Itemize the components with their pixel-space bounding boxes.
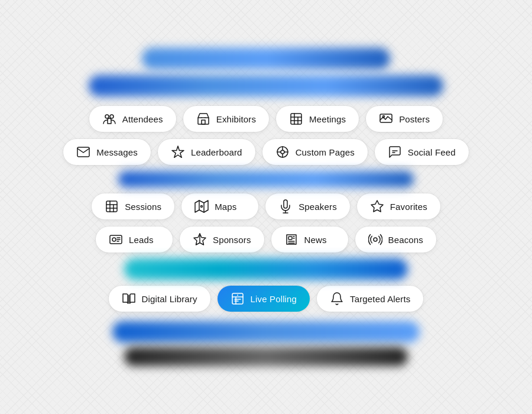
maps-label: Maps xyxy=(215,202,236,212)
blur-bar-lower xyxy=(124,258,408,280)
exhibitors-icon xyxy=(196,112,210,126)
chip-custom-pages[interactable]: Custom Pages xyxy=(262,139,368,165)
sponsors-label: Sponsors xyxy=(213,235,251,245)
custom-pages-icon xyxy=(275,145,290,159)
digital-library-icon xyxy=(122,292,136,306)
chip-sponsors[interactable]: Sponsors xyxy=(180,227,264,253)
chip-messages[interactable]: Messages xyxy=(63,139,151,165)
svg-point-15 xyxy=(281,150,284,154)
blur-bar-bottom1 xyxy=(112,321,420,342)
chip-targeted-alerts[interactable]: Targeted Alerts xyxy=(317,286,423,312)
chip-social-feed[interactable]: Social Feed xyxy=(375,139,469,165)
exhibitors-label: Exhibitors xyxy=(216,114,256,124)
svg-marker-27 xyxy=(195,200,208,212)
sessions-icon xyxy=(105,199,119,214)
targeted-alerts-icon xyxy=(330,292,344,306)
favorites-icon xyxy=(370,199,384,214)
social-feed-icon xyxy=(388,145,402,159)
lower-blur-decoration xyxy=(12,257,520,281)
messages-label: Messages xyxy=(96,147,138,157)
chip-live-polling[interactable]: Live Polling xyxy=(218,286,310,312)
chip-exhibitors[interactable]: Exhibitors xyxy=(183,106,269,132)
svg-point-49 xyxy=(237,295,238,296)
chip-attendees[interactable]: Attendees xyxy=(89,106,176,132)
chip-row-1: Attendees Exhibitors xyxy=(12,102,520,135)
beacons-icon xyxy=(368,232,382,247)
maps-icon xyxy=(194,199,209,214)
leads-icon xyxy=(109,232,123,247)
svg-point-0 xyxy=(105,115,109,118)
messages-icon xyxy=(76,145,90,159)
main-container: Attendees Exhibitors xyxy=(12,47,520,367)
chip-row-2: Messages Leaderboard Cust xyxy=(12,135,520,169)
meetings-icon xyxy=(289,112,303,126)
mid-blur-decoration xyxy=(12,170,520,189)
svg-rect-13 xyxy=(77,147,89,157)
chip-maps[interactable]: Maps xyxy=(181,193,258,219)
blur-bar-2 xyxy=(89,75,443,96)
attendees-icon xyxy=(102,112,116,126)
svg-rect-3 xyxy=(202,120,205,124)
digital-library-label: Digital Library xyxy=(142,294,197,304)
chip-speakers[interactable]: Speakers xyxy=(265,193,350,219)
chip-row-3: Sessions Maps xyxy=(12,190,520,223)
chip-leaderboard[interactable]: Leaderboard xyxy=(158,139,255,165)
chip-leads[interactable]: Leads xyxy=(96,227,173,253)
news-label: News xyxy=(304,235,327,245)
chip-favorites[interactable]: Favorites xyxy=(357,193,440,219)
beacons-label: Beacons xyxy=(388,235,423,245)
svg-rect-40 xyxy=(288,237,292,240)
live-polling-icon xyxy=(231,292,245,306)
targeted-alerts-label: Targeted Alerts xyxy=(350,294,410,304)
sessions-label: Sessions xyxy=(125,202,161,212)
chip-news[interactable]: News xyxy=(271,227,348,253)
chip-meetings[interactable]: Meetings xyxy=(276,106,359,132)
chip-digital-library[interactable]: Digital Library xyxy=(109,286,210,312)
bottom-blur-decoration xyxy=(112,320,420,367)
svg-point-1 xyxy=(110,115,113,118)
speakers-icon xyxy=(278,199,293,214)
meetings-label: Meetings xyxy=(309,114,346,124)
blur-bar-bottom2 xyxy=(124,347,408,366)
live-polling-label: Live Polling xyxy=(251,294,297,304)
speakers-label: Speakers xyxy=(299,202,337,212)
leaderboard-icon xyxy=(171,145,185,159)
svg-point-35 xyxy=(112,238,116,241)
custom-pages-label: Custom Pages xyxy=(296,147,355,157)
news-icon xyxy=(284,232,299,247)
posters-label: Posters xyxy=(399,114,430,124)
chip-sessions[interactable]: Sessions xyxy=(92,193,174,219)
svg-point-45 xyxy=(374,238,377,241)
attendees-label: Attendees xyxy=(122,114,163,124)
svg-point-30 xyxy=(201,206,203,208)
chip-row-4: Leads Sponsors xyxy=(12,223,520,256)
leads-label: Leads xyxy=(129,235,154,245)
chip-posters[interactable]: Posters xyxy=(366,106,443,132)
leaderboard-label: Leaderboard xyxy=(191,147,242,157)
social-feed-label: Social Feed xyxy=(408,147,456,157)
chip-beacons[interactable]: Beacons xyxy=(355,227,436,253)
chip-row-5: Digital Library Live Polling xyxy=(12,282,520,315)
blur-bar-mid xyxy=(118,171,414,187)
svg-marker-33 xyxy=(371,200,383,212)
svg-rect-22 xyxy=(106,201,117,212)
posters-icon xyxy=(379,112,393,126)
svg-rect-6 xyxy=(291,114,301,124)
blur-bar-1 xyxy=(142,48,390,69)
svg-point-12 xyxy=(383,116,385,118)
top-blur-decoration xyxy=(89,47,443,98)
svg-rect-2 xyxy=(198,118,209,124)
sponsors-icon xyxy=(193,232,207,247)
favorites-label: Favorites xyxy=(390,202,427,212)
